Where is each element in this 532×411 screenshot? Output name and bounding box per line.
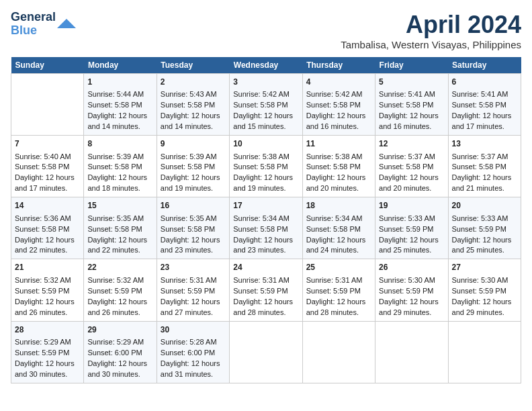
daylight-text: Daylight: 12 hours and 15 minutes. [233, 111, 293, 130]
header-thursday: Thursday [302, 57, 375, 74]
day-number: 12 [379, 138, 444, 150]
sunrise-text: Sunrise: 5:28 AM [161, 338, 217, 346]
sunrise-text: Sunrise: 5:29 AM [87, 338, 144, 346]
calendar-cell: 7Sunrise: 5:40 AMSunset: 5:58 PMDaylight… [11, 136, 84, 197]
calendar-cell: 5Sunrise: 5:41 AMSunset: 5:58 PMDaylight… [375, 74, 448, 136]
sunrise-text: Sunrise: 5:37 AM [379, 152, 435, 161]
calendar-week-row: 14Sunrise: 5:36 AMSunset: 5:58 PMDayligh… [11, 197, 521, 259]
day-number: 15 [87, 200, 152, 212]
header-wednesday: Wednesday [230, 57, 302, 74]
calendar-cell: 25Sunrise: 5:31 AMSunset: 5:59 PMDayligh… [302, 259, 375, 321]
calendar-cell: 14Sunrise: 5:36 AMSunset: 5:58 PMDayligh… [11, 197, 84, 259]
sunrise-text: Sunrise: 5:31 AM [233, 276, 290, 284]
sunset-text: Sunset: 5:59 PM [233, 287, 287, 295]
sunset-text: Sunset: 6:00 PM [87, 349, 142, 357]
daylight-text: Daylight: 12 hours and 23 minutes. [233, 236, 293, 255]
sunrise-text: Sunrise: 5:30 AM [379, 276, 435, 284]
day-number: 9 [161, 138, 226, 150]
calendar-cell: 9Sunrise: 5:39 AMSunset: 5:58 PMDaylight… [157, 136, 229, 197]
sunset-text: Sunset: 5:59 PM [87, 287, 142, 295]
header-sunday: Sunday [11, 57, 84, 74]
header-monday: Monday [84, 57, 157, 74]
daylight-text: Daylight: 12 hours and 20 minutes. [306, 173, 366, 192]
calendar-cell: 24Sunrise: 5:31 AMSunset: 5:59 PMDayligh… [230, 259, 302, 321]
sunrise-text: Sunrise: 5:37 AM [452, 152, 508, 161]
calendar-cell: 4Sunrise: 5:42 AMSunset: 5:58 PMDaylight… [302, 74, 375, 136]
day-number: 27 [452, 262, 517, 273]
sunset-text: Sunset: 5:58 PM [306, 101, 361, 109]
calendar-cell [230, 321, 302, 383]
sunset-text: Sunset: 5:59 PM [161, 287, 215, 295]
daylight-text: Daylight: 12 hours and 30 minutes. [15, 359, 75, 378]
svg-marker-0 [57, 19, 76, 28]
calendar-table: SundayMondayTuesdayWednesdayThursdayFrid… [11, 57, 521, 383]
sunset-text: Sunset: 5:58 PM [306, 225, 361, 233]
day-number: 4 [306, 77, 371, 88]
day-number: 17 [233, 200, 298, 212]
calendar-cell [11, 74, 84, 136]
sunset-text: Sunset: 5:58 PM [87, 163, 142, 171]
day-number: 2 [161, 77, 226, 88]
calendar-cell: 22Sunrise: 5:32 AMSunset: 5:59 PMDayligh… [84, 259, 157, 321]
sunset-text: Sunset: 5:58 PM [379, 101, 433, 109]
daylight-text: Daylight: 12 hours and 18 minutes. [87, 173, 147, 192]
calendar-cell: 28Sunrise: 5:29 AMSunset: 5:59 PMDayligh… [11, 321, 84, 383]
sunrise-text: Sunrise: 5:39 AM [87, 152, 144, 161]
sunrise-text: Sunrise: 5:29 AM [15, 338, 71, 346]
sunset-text: Sunset: 5:58 PM [452, 163, 506, 171]
day-number: 30 [161, 324, 226, 336]
calendar-week-row: 28Sunrise: 5:29 AMSunset: 5:59 PMDayligh… [11, 321, 521, 383]
calendar-cell: 30Sunrise: 5:28 AMSunset: 6:00 PMDayligh… [157, 321, 229, 383]
sunrise-text: Sunrise: 5:43 AM [161, 90, 217, 98]
daylight-text: Daylight: 12 hours and 25 minutes. [452, 236, 512, 255]
calendar-cell: 17Sunrise: 5:34 AMSunset: 5:58 PMDayligh… [230, 197, 302, 259]
daylight-text: Daylight: 12 hours and 29 minutes. [452, 298, 512, 316]
sunrise-text: Sunrise: 5:33 AM [379, 214, 435, 222]
day-number: 5 [379, 77, 444, 88]
day-number: 21 [15, 262, 80, 273]
calendar-cell: 6Sunrise: 5:41 AMSunset: 5:58 PMDaylight… [448, 74, 521, 136]
sunset-text: Sunset: 5:59 PM [379, 225, 433, 233]
daylight-text: Daylight: 12 hours and 30 minutes. [87, 359, 147, 378]
sunrise-text: Sunrise: 5:31 AM [161, 276, 217, 284]
daylight-text: Daylight: 12 hours and 23 minutes. [161, 236, 220, 255]
calendar-cell: 10Sunrise: 5:38 AMSunset: 5:58 PMDayligh… [230, 136, 302, 197]
day-number: 8 [87, 138, 152, 150]
page-header: GeneralBlue April 2024 Tambalisa, Wester… [11, 11, 521, 50]
sunset-text: Sunset: 5:58 PM [87, 101, 142, 109]
sunrise-text: Sunrise: 5:33 AM [452, 214, 508, 222]
page-subtitle: Tambalisa, Western Visayas, Philippines [341, 39, 521, 50]
calendar-cell: 3Sunrise: 5:42 AMSunset: 5:58 PMDaylight… [230, 74, 302, 136]
day-number: 7 [15, 138, 80, 150]
daylight-text: Daylight: 12 hours and 19 minutes. [233, 173, 293, 192]
sunset-text: Sunset: 5:58 PM [161, 101, 215, 109]
calendar-cell: 26Sunrise: 5:30 AMSunset: 5:59 PMDayligh… [375, 259, 448, 321]
calendar-cell: 1Sunrise: 5:44 AMSunset: 5:58 PMDaylight… [84, 74, 157, 136]
sunrise-text: Sunrise: 5:41 AM [379, 90, 435, 98]
sunrise-text: Sunrise: 5:34 AM [306, 214, 363, 222]
daylight-text: Daylight: 12 hours and 14 minutes. [161, 111, 220, 130]
calendar-cell: 2Sunrise: 5:43 AMSunset: 5:58 PMDaylight… [157, 74, 229, 136]
day-number: 16 [161, 200, 226, 212]
logo: GeneralBlue [11, 11, 76, 38]
day-number: 22 [87, 262, 152, 273]
day-number: 3 [233, 77, 298, 88]
sunrise-text: Sunrise: 5:30 AM [452, 276, 508, 284]
sunrise-text: Sunrise: 5:39 AM [161, 152, 217, 161]
day-number: 11 [306, 138, 371, 150]
daylight-text: Daylight: 12 hours and 16 minutes. [379, 111, 439, 130]
sunset-text: Sunset: 5:58 PM [379, 163, 433, 171]
calendar-cell [302, 321, 375, 383]
daylight-text: Daylight: 12 hours and 28 minutes. [306, 298, 366, 316]
calendar-week-row: 21Sunrise: 5:32 AMSunset: 5:59 PMDayligh… [11, 259, 521, 321]
title-block: April 2024 Tambalisa, Western Visayas, P… [341, 11, 521, 50]
sunset-text: Sunset: 5:59 PM [15, 287, 69, 295]
calendar-week-row: 7Sunrise: 5:40 AMSunset: 5:58 PMDaylight… [11, 136, 521, 197]
calendar-week-row: 1Sunrise: 5:44 AMSunset: 5:58 PMDaylight… [11, 74, 521, 136]
day-number: 6 [452, 77, 517, 88]
sunset-text: Sunset: 5:58 PM [233, 163, 287, 171]
calendar-cell: 18Sunrise: 5:34 AMSunset: 5:58 PMDayligh… [302, 197, 375, 259]
sunset-text: Sunset: 5:59 PM [452, 225, 506, 233]
calendar-cell: 29Sunrise: 5:29 AMSunset: 6:00 PMDayligh… [84, 321, 157, 383]
page-title: April 2024 [341, 11, 521, 39]
